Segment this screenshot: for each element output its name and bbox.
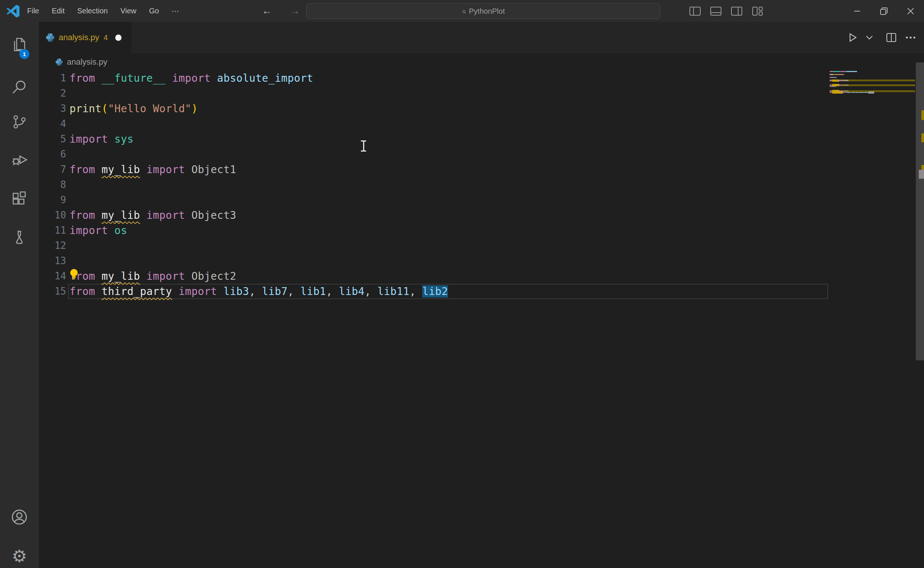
gear-icon: ⚙ — [12, 548, 27, 565]
sidebar-item-source-control[interactable] — [0, 105, 39, 139]
account-icon — [11, 508, 28, 526]
code-line-12[interactable]: 12 — [39, 238, 828, 253]
lightbulb-icon[interactable] — [70, 269, 79, 280]
code-line-9[interactable]: 9 — [39, 192, 828, 208]
split-editor-icon — [886, 33, 897, 42]
code-text: from third_party import lib3, lib7, lib1… — [70, 284, 448, 299]
title-bar: FileEditSelectionViewGo⋯ ← → ⌕ PythonPlo… — [0, 0, 924, 22]
navigate-back-button[interactable]: ← — [258, 0, 275, 22]
menu-selection[interactable]: Selection — [71, 5, 114, 17]
token: , — [410, 285, 423, 298]
token: lib1 — [300, 285, 326, 298]
minimap-token — [835, 86, 836, 87]
menu-file[interactable]: File — [21, 5, 45, 17]
line-number[interactable]: 6 — [39, 147, 66, 162]
token: import — [70, 224, 115, 237]
tab-analysis-py[interactable]: analysis.py 4 — [39, 22, 132, 53]
code-line-14[interactable]: 14from my_lib import Object2 — [39, 269, 828, 284]
menu-go[interactable]: Go — [143, 5, 165, 17]
token: sys — [115, 133, 134, 145]
token: , — [288, 285, 301, 298]
minimize-button[interactable] — [844, 0, 871, 22]
vertical-scrollbar[interactable] — [916, 53, 924, 568]
sidebar-item-testing[interactable] — [0, 220, 39, 254]
token: , — [249, 285, 262, 298]
minimap-line — [830, 74, 915, 76]
testing-flask-icon — [11, 229, 27, 246]
menu-[interactable]: ⋯ — [165, 5, 186, 18]
code-line-7[interactable]: 7from my_lib import Object1 — [39, 162, 828, 177]
navigate-forward-button[interactable]: → — [286, 0, 303, 22]
line-number[interactable]: 5 — [39, 131, 66, 147]
code-line-11[interactable]: 11import os — [39, 223, 828, 238]
code-text: from my_lib import Object2 — [70, 269, 236, 284]
line-number[interactable]: 4 — [39, 116, 66, 131]
line-number[interactable]: 12 — [39, 238, 66, 253]
command-center-search[interactable]: ⌕ PythonPlot — [306, 3, 660, 19]
code-line-6[interactable]: 6 — [39, 147, 828, 162]
accounts-button[interactable] — [0, 500, 39, 534]
minimap[interactable] — [830, 71, 915, 167]
minimap-token — [846, 71, 857, 72]
sidebar-item-run-debug[interactable] — [0, 143, 39, 177]
line-number[interactable]: 9 — [39, 192, 66, 208]
token: import — [172, 285, 223, 298]
code-line-15[interactable]: 15from third_party import lib3, lib7, li… — [39, 284, 828, 299]
minimap-line — [830, 71, 915, 73]
menu-edit[interactable]: Edit — [45, 5, 71, 17]
overview-warning-mark — [921, 110, 924, 120]
run-dropdown-button[interactable] — [864, 29, 875, 46]
line-number[interactable]: 2 — [39, 86, 66, 101]
code-line-13[interactable]: 13 — [39, 253, 828, 269]
more-actions-button[interactable] — [903, 29, 919, 46]
split-editor-button[interactable] — [883, 29, 900, 46]
token: my_lib — [101, 163, 140, 176]
code-text: from my_lib import Object1 — [70, 162, 236, 177]
minimap-token — [830, 86, 835, 87]
token: import — [140, 163, 191, 176]
line-number[interactable]: 14 — [39, 269, 66, 284]
line-number[interactable]: 7 — [39, 162, 66, 177]
menu-view[interactable]: View — [114, 5, 143, 17]
line-number[interactable]: 8 — [39, 177, 66, 192]
run-python-file-button[interactable] — [844, 29, 861, 46]
search-placeholder: PythonPlot — [469, 7, 505, 16]
scrollbar-thumb[interactable] — [916, 62, 924, 360]
code-line-8[interactable]: 8 — [39, 177, 828, 192]
code-line-4[interactable]: 4 — [39, 116, 828, 131]
code-line-1[interactable]: 1from __future__ import absolute_import — [39, 71, 828, 86]
code-line-2[interactable]: 2 — [39, 86, 828, 101]
minimap-token — [830, 74, 833, 75]
toggle-sidebar-button[interactable] — [685, 0, 705, 22]
customize-layout-button[interactable] — [747, 0, 768, 22]
close-button[interactable] — [897, 0, 924, 22]
token: Object1 — [191, 163, 236, 176]
sidebar-item-search[interactable] — [0, 70, 39, 104]
run-debug-icon — [11, 151, 28, 169]
breadcrumb[interactable]: analysis.py — [39, 53, 924, 71]
code-line-3[interactable]: 3print("Hello World") — [39, 101, 828, 116]
line-number[interactable]: 10 — [39, 208, 66, 223]
toggle-secondary-sidebar-button[interactable] — [726, 0, 747, 22]
line-number[interactable]: 15 — [39, 284, 66, 299]
toggle-panel-button[interactable] — [705, 0, 726, 22]
line-number[interactable]: 13 — [39, 253, 66, 269]
window-controls — [844, 0, 924, 22]
code-editor[interactable]: 1from __future__ import absolute_import2… — [39, 71, 828, 546]
sidebar-item-explorer[interactable]: 1 — [0, 28, 39, 62]
token: from — [70, 72, 101, 84]
minimap-selection-token — [868, 91, 874, 94]
token: from — [70, 209, 101, 221]
tab-problems-count: 4 — [104, 33, 108, 42]
code-text: from my_lib import Object3 — [70, 208, 236, 223]
line-number[interactable]: 3 — [39, 101, 66, 116]
line-number[interactable]: 1 — [39, 71, 66, 86]
unsaved-dot-icon[interactable] — [115, 35, 121, 41]
token: "Hello World" — [108, 103, 191, 115]
code-line-10[interactable]: 10from my_lib import Object3 — [39, 208, 828, 223]
code-line-5[interactable]: 5import sys — [39, 131, 828, 147]
sidebar-item-extensions[interactable] — [0, 181, 39, 216]
settings-button[interactable]: ⚙ — [0, 539, 39, 568]
restore-button[interactable] — [871, 0, 897, 22]
line-number[interactable]: 11 — [39, 223, 66, 238]
